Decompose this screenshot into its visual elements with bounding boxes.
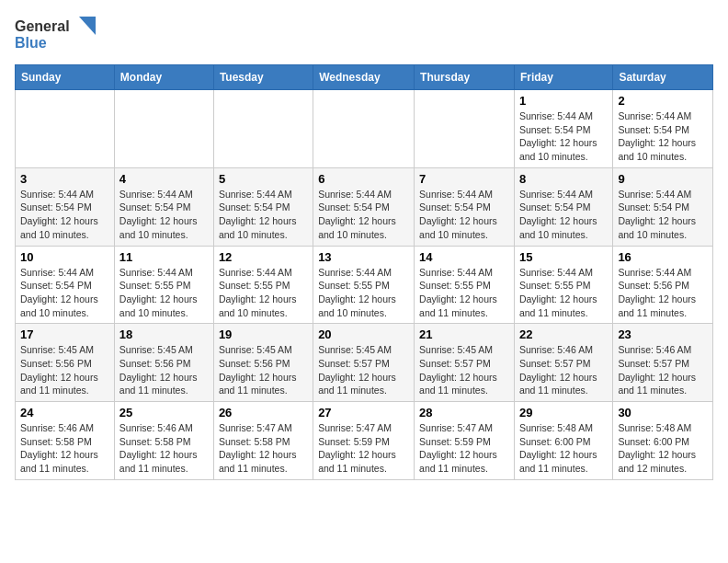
day-info: Sunrise: 5:48 AM Sunset: 6:00 PM Dayligh… [519,421,608,476]
day-info: Sunrise: 5:44 AM Sunset: 5:54 PM Dayligh… [519,188,608,242]
day-number: 30 [618,406,708,419]
day-number: 12 [219,250,308,264]
day-info: Sunrise: 5:44 AM Sunset: 5:55 PM Dayligh… [219,266,308,320]
day-info: Sunrise: 5:47 AM Sunset: 5:59 PM Dayligh… [318,421,409,476]
day-number: 5 [219,172,308,186]
day-info: Sunrise: 5:46 AM Sunset: 5:57 PM Dayligh… [519,343,608,397]
day-number: 11 [119,250,209,264]
day-info: Sunrise: 5:44 AM Sunset: 5:54 PM Dayligh… [20,188,109,242]
calendar-cell: 5Sunrise: 5:44 AM Sunset: 5:54 PM Daylig… [213,167,313,246]
logo: GeneralBlue [15,15,97,53]
calendar-header-wednesday: Wednesday [313,65,415,90]
svg-text:Blue: Blue [15,35,47,51]
calendar-cell: 1Sunrise: 5:44 AM Sunset: 5:54 PM Daylig… [514,90,612,168]
day-number: 10 [20,250,109,264]
calendar-cell: 19Sunrise: 5:45 AM Sunset: 5:56 PM Dayli… [213,324,313,402]
calendar-cell: 4Sunrise: 5:44 AM Sunset: 5:54 PM Daylig… [114,167,213,246]
calendar-cell: 25Sunrise: 5:46 AM Sunset: 5:58 PM Dayli… [114,402,213,480]
calendar-cell: 7Sunrise: 5:44 AM Sunset: 5:54 PM Daylig… [415,167,515,246]
day-number: 27 [318,406,409,419]
calendar-cell [114,90,213,168]
day-number: 17 [20,327,109,341]
calendar-cell: 6Sunrise: 5:44 AM Sunset: 5:54 PM Daylig… [313,167,415,246]
day-info: Sunrise: 5:44 AM Sunset: 5:55 PM Dayligh… [318,266,409,320]
calendar-header-saturday: Saturday [613,65,713,90]
calendar-week-row: 24Sunrise: 5:46 AM Sunset: 5:58 PM Dayli… [16,402,713,480]
day-number: 8 [519,172,608,186]
day-number: 3 [20,172,109,186]
day-number: 21 [419,327,509,341]
calendar-header-friday: Friday [514,65,612,90]
calendar-cell: 3Sunrise: 5:44 AM Sunset: 5:54 PM Daylig… [16,167,115,246]
calendar-cell [415,90,515,168]
calendar-table: SundayMondayTuesdayWednesdayThursdayFrid… [15,64,713,480]
day-info: Sunrise: 5:44 AM Sunset: 5:55 PM Dayligh… [519,266,608,320]
day-info: Sunrise: 5:46 AM Sunset: 5:58 PM Dayligh… [20,421,109,476]
calendar-cell: 27Sunrise: 5:47 AM Sunset: 5:59 PM Dayli… [313,402,415,480]
day-number: 9 [618,172,708,186]
day-number: 1 [519,94,608,108]
day-info: Sunrise: 5:44 AM Sunset: 5:54 PM Dayligh… [618,188,708,242]
calendar-cell: 17Sunrise: 5:45 AM Sunset: 5:56 PM Dayli… [16,324,115,402]
day-number: 22 [519,327,608,341]
calendar-cell: 28Sunrise: 5:47 AM Sunset: 5:59 PM Dayli… [415,402,515,480]
calendar-cell: 18Sunrise: 5:45 AM Sunset: 5:56 PM Dayli… [114,324,213,402]
calendar-week-row: 3Sunrise: 5:44 AM Sunset: 5:54 PM Daylig… [16,167,713,246]
day-info: Sunrise: 5:46 AM Sunset: 5:58 PM Dayligh… [119,421,209,476]
calendar-week-row: 10Sunrise: 5:44 AM Sunset: 5:54 PM Dayli… [16,246,713,324]
day-number: 6 [318,172,409,186]
day-info: Sunrise: 5:45 AM Sunset: 5:56 PM Dayligh… [219,343,308,397]
logo-svg: GeneralBlue [15,15,97,53]
calendar-cell: 13Sunrise: 5:44 AM Sunset: 5:55 PM Dayli… [313,246,415,324]
day-number: 18 [119,327,209,341]
calendar-cell: 22Sunrise: 5:46 AM Sunset: 5:57 PM Dayli… [514,324,612,402]
day-number: 15 [519,250,608,264]
calendar-cell: 14Sunrise: 5:44 AM Sunset: 5:55 PM Dayli… [415,246,515,324]
calendar-cell: 11Sunrise: 5:44 AM Sunset: 5:55 PM Dayli… [114,246,213,324]
day-number: 4 [119,172,209,186]
day-info: Sunrise: 5:47 AM Sunset: 5:59 PM Dayligh… [419,421,509,476]
calendar-header-sunday: Sunday [16,65,115,90]
calendar-cell: 29Sunrise: 5:48 AM Sunset: 6:00 PM Dayli… [514,402,612,480]
calendar-cell: 2Sunrise: 5:44 AM Sunset: 5:54 PM Daylig… [613,90,713,168]
calendar-week-row: 1Sunrise: 5:44 AM Sunset: 5:54 PM Daylig… [16,90,713,168]
svg-text:General: General [15,18,70,34]
day-info: Sunrise: 5:45 AM Sunset: 5:57 PM Dayligh… [318,343,409,397]
day-number: 25 [119,406,209,419]
calendar-cell: 16Sunrise: 5:44 AM Sunset: 5:56 PM Dayli… [613,246,713,324]
calendar-cell: 21Sunrise: 5:45 AM Sunset: 5:57 PM Dayli… [415,324,515,402]
day-info: Sunrise: 5:44 AM Sunset: 5:56 PM Dayligh… [618,266,708,320]
day-info: Sunrise: 5:44 AM Sunset: 5:54 PM Dayligh… [618,109,708,164]
day-number: 14 [419,250,509,264]
calendar-cell: 10Sunrise: 5:44 AM Sunset: 5:54 PM Dayli… [16,246,115,324]
day-info: Sunrise: 5:47 AM Sunset: 5:58 PM Dayligh… [219,421,308,476]
calendar-cell: 12Sunrise: 5:44 AM Sunset: 5:55 PM Dayli… [213,246,313,324]
calendar-cell [16,90,115,168]
day-number: 16 [618,250,708,264]
calendar-header-tuesday: Tuesday [213,65,313,90]
day-info: Sunrise: 5:45 AM Sunset: 5:56 PM Dayligh… [119,343,209,397]
day-info: Sunrise: 5:44 AM Sunset: 5:54 PM Dayligh… [519,109,608,164]
calendar-cell [213,90,313,168]
day-number: 13 [318,250,409,264]
day-info: Sunrise: 5:46 AM Sunset: 5:57 PM Dayligh… [618,343,708,397]
calendar-cell: 9Sunrise: 5:44 AM Sunset: 5:54 PM Daylig… [613,167,713,246]
day-info: Sunrise: 5:44 AM Sunset: 5:54 PM Dayligh… [119,188,209,242]
calendar-cell: 30Sunrise: 5:48 AM Sunset: 6:00 PM Dayli… [613,402,713,480]
calendar-week-row: 17Sunrise: 5:45 AM Sunset: 5:56 PM Dayli… [16,324,713,402]
day-number: 29 [519,406,608,419]
calendar-cell: 26Sunrise: 5:47 AM Sunset: 5:58 PM Dayli… [213,402,313,480]
svg-marker-2 [79,17,96,35]
day-info: Sunrise: 5:48 AM Sunset: 6:00 PM Dayligh… [618,421,708,476]
day-number: 26 [219,406,308,419]
day-number: 2 [618,94,708,108]
calendar-header-thursday: Thursday [415,65,515,90]
calendar-cell: 20Sunrise: 5:45 AM Sunset: 5:57 PM Dayli… [313,324,415,402]
day-number: 23 [618,327,708,341]
day-number: 20 [318,327,409,341]
calendar-header-monday: Monday [114,65,213,90]
day-info: Sunrise: 5:44 AM Sunset: 5:54 PM Dayligh… [419,188,509,242]
calendar-cell: 23Sunrise: 5:46 AM Sunset: 5:57 PM Dayli… [613,324,713,402]
day-info: Sunrise: 5:44 AM Sunset: 5:54 PM Dayligh… [20,266,109,320]
day-number: 28 [419,406,509,419]
